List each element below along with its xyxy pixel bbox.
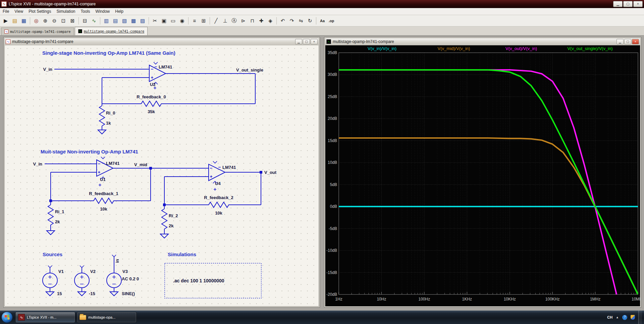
tab-schematic[interactable]: ∿multistage-opamp-lm741-compare <box>1 28 74 35</box>
menu-window[interactable]: Window <box>93 8 113 14</box>
toolbar-separator <box>276 17 277 25</box>
hidden-icons-chevron[interactable]: ▲ <box>616 316 619 319</box>
schematic-close-button[interactable]: × <box>311 39 318 44</box>
menu-tools[interactable]: Tools <box>78 8 93 14</box>
ground-symbol[interactable] <box>160 234 168 238</box>
value-label-ri1: 2k <box>55 219 60 224</box>
waveform-window-titlebar[interactable]: ∿ multistage-opamp-lm741-compare ▁ ▢ × <box>325 38 640 45</box>
app-maximize-button[interactable]: ▢ <box>623 1 633 7</box>
app-close-button[interactable]: × <box>633 1 643 7</box>
plot-settings-icon[interactable]: ∿ <box>90 16 98 25</box>
component-icon[interactable]: ⊓ <box>248 16 257 25</box>
menu-plot-settings[interactable]: Plot Settings <box>26 8 54 14</box>
waveform-close-button[interactable]: × <box>632 39 639 44</box>
control-panel-icon[interactable]: ◎ <box>32 16 41 25</box>
value-label-v1: 15 <box>57 291 62 296</box>
show-desktop-button[interactable] <box>638 311 642 324</box>
tile-vertical-icon[interactable]: ▥ <box>102 16 111 25</box>
zoom-back-icon[interactable]: ⊖ <box>50 16 59 25</box>
net-label-icon[interactable]: Ⓐ <box>230 16 238 25</box>
spice-directive-icon[interactable]: .op <box>327 16 336 25</box>
help-tray-icon[interactable]: ? <box>622 315 627 320</box>
resistor-ri1[interactable] <box>48 205 53 225</box>
zoom-fit-icon[interactable]: ⊠ <box>68 16 77 25</box>
cut-icon[interactable]: ✂ <box>151 16 159 25</box>
comment-heading-single: Single-stage Non-inverting Op-Amp LM741 … <box>42 50 175 56</box>
text-icon[interactable]: Aa <box>318 16 327 25</box>
print-icon[interactable]: ≡ <box>190 16 199 25</box>
autorange-icon[interactable]: ⊟ <box>80 16 89 25</box>
resistor-rfeedback0[interactable] <box>137 101 166 106</box>
trace-1[interactable] <box>339 138 638 294</box>
legend-item-3[interactable]: V(v_out_single)/V(v_in) <box>567 46 612 51</box>
schematic-canvas[interactable]: Single-stage Non-inverting Op-Amp LM741 … <box>4 45 319 307</box>
copy-window-icon[interactable]: ▩ <box>129 16 138 25</box>
menu-view[interactable]: View <box>12 8 26 14</box>
ground-symbol[interactable] <box>47 231 55 235</box>
find-icon[interactable]: ◉ <box>178 16 186 25</box>
resistor-ri0[interactable] <box>99 106 105 126</box>
drag-icon[interactable]: ◈ <box>266 16 275 25</box>
zoom-in-icon[interactable]: ⊕ <box>41 16 50 25</box>
app-minimize-button[interactable]: ▁ <box>613 1 623 7</box>
zoom-area-icon[interactable]: ⊡ <box>59 16 68 25</box>
rotate-icon[interactable]: ↻ <box>306 16 314 25</box>
ground-symbol[interactable] <box>110 292 118 296</box>
schematic-minimize-button[interactable]: ▁ <box>295 39 302 44</box>
menu-simulation[interactable]: Simulation <box>54 8 78 14</box>
close-window-icon[interactable]: ▨ <box>138 16 147 25</box>
ground-symbol[interactable] <box>46 292 54 296</box>
diode-icon[interactable]: ⊳ <box>239 16 248 25</box>
waveform-plot[interactable]: V(v_in)/V(v_in)V(v_mid)/V(v_in)V(v_out)/… <box>325 45 640 307</box>
draw-wire-icon[interactable]: ╱ <box>212 16 220 25</box>
taskbar-button-folder[interactable]: multistage-opa... <box>77 312 137 323</box>
bode-plot[interactable]: 1Hz10Hz100Hz1KHz10KHz100KHz1MHz10MHz35dB… <box>325 45 640 307</box>
ground-symbol[interactable] <box>78 292 86 296</box>
value-label-rfeedback1: 10k <box>100 206 107 212</box>
resistor-ri2[interactable] <box>162 209 167 229</box>
y-axis-label: 0dB <box>330 204 337 209</box>
schematic-maximize-button[interactable]: ▢ <box>303 39 310 44</box>
schematic-drawing[interactable]: Single-stage Non-inverting Op-Amp LM741 … <box>5 45 319 307</box>
voltage-source-v2[interactable] <box>74 273 89 288</box>
trace-3[interactable] <box>339 70 638 294</box>
value-label-rfeedback0: 35k <box>148 109 155 114</box>
paste-icon[interactable]: ▭ <box>169 16 177 25</box>
print-preview-icon[interactable]: ⊞ <box>199 16 208 25</box>
copy-icon[interactable]: ▣ <box>160 16 168 25</box>
open-icon[interactable]: ▤ <box>10 16 19 25</box>
undo-icon[interactable]: ↶ <box>278 16 287 25</box>
ground-symbol[interactable] <box>98 130 106 134</box>
action-center-icon[interactable] <box>631 315 635 320</box>
redo-icon[interactable]: ↷ <box>287 16 296 25</box>
cascade-windows-icon[interactable]: ▧ <box>120 16 129 25</box>
tile-horizontal-icon[interactable]: ▤ <box>111 16 120 25</box>
menu-help[interactable]: Help <box>112 8 126 14</box>
move-icon[interactable]: ✚ <box>257 16 266 25</box>
voltage-source-v3[interactable] <box>107 273 121 288</box>
waveform-maximize-button[interactable]: ▢ <box>624 39 631 44</box>
schematic-window: ∿ multistage-opamp-lm741-compare ▁ ▢ × <box>3 37 320 308</box>
mirror-icon[interactable]: ⇋ <box>297 16 305 25</box>
resistor-rfeedback2[interactable] <box>206 202 231 207</box>
ground-icon[interactable]: ⊥ <box>221 16 229 25</box>
menu-file[interactable]: File <box>0 8 12 14</box>
resistor-rfeedback1[interactable] <box>91 198 116 203</box>
tab-waveform[interactable]: ∿multistage-opamp-lm741-compare <box>75 27 148 35</box>
language-indicator[interactable]: CH <box>607 315 612 319</box>
taskbar-button-ltspice[interactable]: ∿LTspice XVII - m... <box>15 312 75 323</box>
run-icon[interactable]: ▶ <box>1 16 10 25</box>
symbol-decorations <box>48 62 221 284</box>
save-icon[interactable]: ▦ <box>19 16 28 25</box>
net-label-vin2: V_in <box>33 161 43 167</box>
legend-item-1[interactable]: V(v_mid)/V(v_in) <box>438 46 470 51</box>
ref-label-v3: V3 <box>122 269 128 274</box>
legend-item-2[interactable]: V(v_out)/V(v_in) <box>505 46 537 51</box>
ref-label-v2: V2 <box>90 269 96 274</box>
legend-item-0[interactable]: V(v_in)/V(v_in) <box>368 46 396 51</box>
schematic-window-titlebar[interactable]: ∿ multistage-opamp-lm741-compare ▁ ▢ × <box>4 38 319 45</box>
waveform-minimize-button[interactable]: ▁ <box>616 39 624 44</box>
wires[interactable] <box>45 69 261 292</box>
voltage-source-v1[interactable] <box>43 273 57 288</box>
start-button[interactable] <box>1 312 13 323</box>
